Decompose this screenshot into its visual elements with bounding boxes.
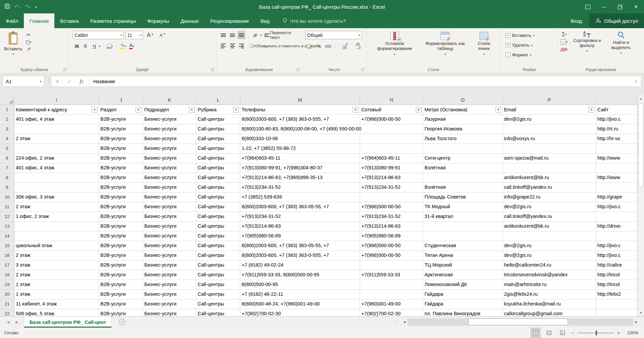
- cell[interactable]: [596, 309, 637, 316]
- prev-sheet-icon[interactable]: ◀: [7, 320, 9, 324]
- grow-font-button[interactable]: A▴: [145, 31, 153, 39]
- scroll-up-icon[interactable]: ▲: [638, 95, 644, 102]
- cell[interactable]: B2B-услуги: [99, 192, 143, 202]
- shrink-font-button[interactable]: A▾: [157, 31, 165, 39]
- column-header-O[interactable]: O: [423, 95, 503, 105]
- align-center-button[interactable]: [228, 42, 236, 50]
- tab-page-layout[interactable]: Разметка страницы: [85, 13, 142, 28]
- column-header-K[interactable]: K: [143, 95, 196, 105]
- cell[interactable]: Бизнес-услуги: [143, 290, 196, 299]
- cell[interactable]: info@voxys.ru: [503, 134, 596, 144]
- cell[interactable]: [360, 192, 423, 202]
- restore-button[interactable]: [612, 0, 628, 13]
- tab-formulas[interactable]: Формулы: [142, 13, 175, 28]
- cell[interactable]: [360, 290, 423, 299]
- cell[interactable]: hello@callcenter24.ru: [503, 261, 596, 270]
- cell[interactable]: Call-центры: [196, 134, 240, 144]
- cell[interactable]: Бизнес-услуги: [143, 173, 196, 183]
- cell[interactable]: call.tinkoff@yandex.ru: [503, 183, 596, 192]
- conditional-formatting-button[interactable]: Условное форматирование▾: [369, 31, 420, 58]
- next-sheet-icon[interactable]: ▶: [15, 320, 18, 324]
- cell[interactable]: 1 этаж: [14, 280, 99, 290]
- alignment-dialog-launcher[interactable]: ↘: [297, 68, 300, 72]
- name-box[interactable]: A1▾: [3, 76, 44, 87]
- cell[interactable]: Бизнес-услуги: [143, 202, 196, 212]
- vertical-scrollbar[interactable]: ▲ ▼: [637, 95, 644, 316]
- cell[interactable]: [360, 280, 423, 290]
- cell[interactable]: Льва Толстого: [423, 134, 503, 144]
- filter-button[interactable]: ▼: [495, 107, 501, 113]
- paste-button[interactable]: Вставить ▾: [2, 31, 24, 57]
- font-name-select[interactable]: Calibri▾: [73, 31, 124, 39]
- cell[interactable]: 8(800)2003-600, +7 (383) 363-0-555, +7: [240, 251, 360, 261]
- row-header-17[interactable]: 17: [0, 261, 14, 270]
- clear-button[interactable]: ▾: [560, 47, 569, 53]
- row-header-16[interactable]: 16: [0, 251, 14, 261]
- cell[interactable]: Бизнес-услуги: [143, 192, 196, 202]
- cell[interactable]: http://jivo.c: [596, 251, 637, 261]
- cell[interactable]: [596, 163, 637, 173]
- cell[interactable]: 1 этаж: [14, 290, 99, 299]
- cell[interactable]: цокольный этаж: [14, 241, 99, 251]
- header-cell[interactable]: Комментарий к адресу▼: [14, 105, 99, 115]
- number-dialog-launcher[interactable]: ↘: [361, 68, 365, 72]
- cell[interactable]: Call-центры: [196, 212, 240, 222]
- insert-cells-button[interactable]: ⇤Вставить▾: [505, 31, 557, 40]
- cell[interactable]: 2 этаж: [14, 251, 99, 261]
- cell[interactable]: +7(902)700-02-30: [240, 309, 360, 316]
- column-header-partial[interactable]: [596, 95, 637, 105]
- format-cells-button[interactable]: ↔Формат▾: [505, 51, 557, 59]
- cell[interactable]: 8(800)500-00-95: [240, 280, 360, 290]
- cell[interactable]: Бизнес-услуги: [143, 231, 196, 241]
- cell[interactable]: 2 этаж: [14, 270, 99, 280]
- cell[interactable]: +7(902)700-02-30: [360, 309, 423, 316]
- cell[interactable]: 224 офис, 2 этаж: [14, 154, 99, 163]
- cell[interactable]: +7(913)080-99-91: [360, 163, 423, 173]
- row-header-10[interactable]: 10: [0, 192, 14, 202]
- expand-formula-bar-icon[interactable]: ∨: [635, 79, 641, 84]
- column-header-N[interactable]: N: [360, 95, 423, 105]
- row-header-15[interactable]: 15: [0, 241, 14, 251]
- cell[interactable]: Арктическая: [423, 270, 503, 280]
- cell[interactable]: [423, 144, 503, 154]
- header-cell[interactable]: Телефоны▼: [240, 105, 360, 115]
- cell[interactable]: http://www: [596, 173, 637, 183]
- cell[interactable]: [360, 144, 423, 154]
- filter-button[interactable]: ▼: [353, 107, 358, 113]
- header-cell[interactable]: Сотовый▼: [360, 105, 423, 115]
- cell[interactable]: Call-центры: [196, 124, 240, 134]
- cell[interactable]: call.tinkoff@yandex.ru: [503, 212, 596, 222]
- scroll-left-icon[interactable]: ◀: [401, 320, 407, 324]
- cell[interactable]: Сити-центр: [423, 154, 503, 163]
- column-header-M[interactable]: M: [240, 95, 360, 105]
- zoom-level[interactable]: 100%: [624, 330, 639, 335]
- cell[interactable]: Call-центры: [196, 192, 240, 202]
- header-cell[interactable]: Сайт: [596, 105, 637, 115]
- insert-function-icon[interactable]: fx: [76, 78, 88, 84]
- cell[interactable]: 401 офис, 4 этаж: [14, 163, 99, 173]
- cell[interactable]: dev@2gis.ru: [503, 115, 596, 124]
- find-select-button[interactable]: Найти и выделить▾: [606, 31, 637, 56]
- cell[interactable]: B2B-услуги: [99, 124, 143, 134]
- page-layout-view-button[interactable]: [544, 328, 554, 338]
- cell[interactable]: Call-центры: [196, 299, 240, 309]
- cell[interactable]: B2B-услуги: [99, 222, 143, 231]
- row-header-21[interactable]: 21: [0, 299, 14, 309]
- cell[interactable]: Бизнес-услуги: [143, 280, 196, 290]
- underline-button[interactable]: Ч: [90, 42, 98, 50]
- tab-file[interactable]: Файл: [0, 13, 24, 28]
- cell[interactable]: [596, 299, 637, 309]
- comma-style-button[interactable]: 000: [324, 42, 332, 50]
- cell[interactable]: 8(800)500-48-24, +7(960)001-49-00: [240, 299, 360, 309]
- row-header-12[interactable]: 12: [0, 212, 14, 222]
- name-box-caret-icon[interactable]: ▾: [40, 80, 41, 83]
- row-header-11[interactable]: 11: [0, 202, 14, 212]
- borders-button[interactable]: ▾: [106, 42, 114, 50]
- cell[interactable]: Бизнес-услуги: [143, 309, 196, 316]
- cell[interactable]: http://www: [596, 154, 637, 163]
- tab-split-grip[interactable]: ⋮: [394, 320, 399, 325]
- cell[interactable]: B2B-услуги: [99, 134, 143, 144]
- row-header-20[interactable]: 20: [0, 290, 14, 299]
- cell[interactable]: B2B-услуги: [99, 202, 143, 212]
- cell[interactable]: +7(913)080-99-91, +7(996)304-80-37: [240, 163, 360, 173]
